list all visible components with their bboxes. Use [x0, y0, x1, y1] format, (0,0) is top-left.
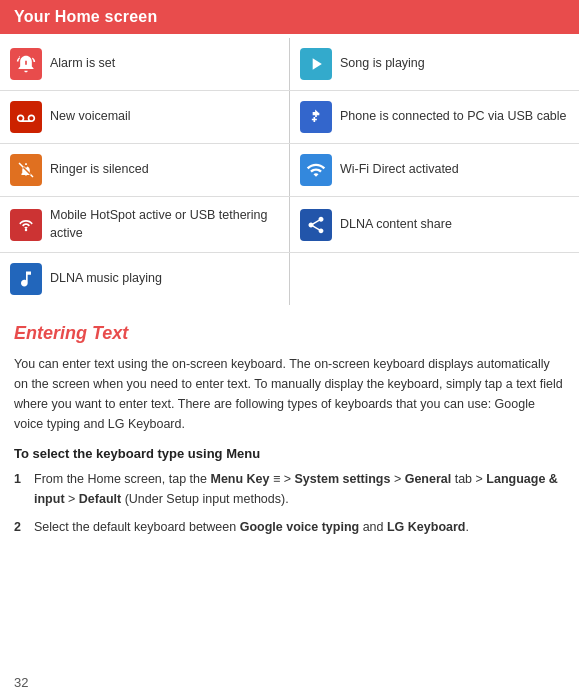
- svg-point-0: [25, 228, 28, 231]
- ringer-icon: [10, 154, 42, 186]
- icon-table: Alarm is set Song is playing New voicema…: [0, 38, 579, 305]
- dlna-share-icon: [300, 209, 332, 241]
- hotspot-label: Mobile HotSpot active or USB tethering a…: [50, 207, 279, 242]
- alarm-label: Alarm is set: [50, 55, 115, 73]
- list-item: 1 From the Home screen, tap the Menu Key…: [14, 469, 565, 509]
- voicemail-icon: [10, 101, 42, 133]
- steps-list: 1 From the Home screen, tap the Menu Key…: [14, 469, 565, 537]
- alarm-cell: Alarm is set: [6, 46, 283, 82]
- entering-text-section: Entering Text You can enter text using t…: [0, 305, 579, 559]
- wifi-direct-icon: [300, 154, 332, 186]
- step-1-num: 1: [14, 469, 28, 509]
- wifi-direct-cell: Wi-Fi Direct activated: [296, 152, 573, 188]
- usb-label: Phone is connected to PC via USB cable: [340, 108, 567, 126]
- entering-text-body: You can enter text using the on-screen k…: [14, 354, 565, 434]
- dlna-share-label: DLNA content share: [340, 216, 452, 234]
- song-cell: Song is playing: [296, 46, 573, 82]
- table-row: New voicemail Phone is connected to PC v…: [0, 91, 579, 144]
- step-2-num: 2: [14, 517, 28, 537]
- hotspot-icon: [10, 209, 42, 241]
- page-number: 32: [14, 675, 28, 690]
- step-1-text: From the Home screen, tap the Menu Key ≡…: [34, 469, 565, 509]
- page-header: Your Home screen: [0, 0, 579, 34]
- dlna-share-cell: DLNA content share: [296, 207, 573, 243]
- table-row: DLNA music playing: [0, 253, 579, 306]
- voicemail-cell: New voicemail: [6, 99, 283, 135]
- voicemail-label: New voicemail: [50, 108, 131, 126]
- table-row: Ringer is silenced Wi-Fi Direct activate…: [0, 144, 579, 197]
- dlna-music-label: DLNA music playing: [50, 270, 162, 288]
- list-item: 2 Select the default keyboard between Go…: [14, 517, 565, 537]
- song-icon: [300, 48, 332, 80]
- subsection-title: To select the keyboard type using Menu: [14, 446, 565, 461]
- ringer-label: Ringer is silenced: [50, 161, 149, 179]
- song-label: Song is playing: [340, 55, 425, 73]
- table-row: Mobile HotSpot active or USB tethering a…: [0, 197, 579, 253]
- entering-text-title: Entering Text: [14, 323, 565, 344]
- hotspot-cell: Mobile HotSpot active or USB tethering a…: [6, 205, 283, 244]
- step-2-text: Select the default keyboard between Goog…: [34, 517, 469, 537]
- alarm-icon: [10, 48, 42, 80]
- dlna-music-cell: DLNA music playing: [6, 261, 283, 297]
- ringer-cell: Ringer is silenced: [6, 152, 283, 188]
- table-row: Alarm is set Song is playing: [0, 38, 579, 91]
- wifi-direct-label: Wi-Fi Direct activated: [340, 161, 459, 179]
- usb-icon: [300, 101, 332, 133]
- dlna-music-icon: [10, 263, 42, 295]
- usb-cell: Phone is connected to PC via USB cable: [296, 99, 573, 135]
- header-title: Your Home screen: [14, 8, 157, 25]
